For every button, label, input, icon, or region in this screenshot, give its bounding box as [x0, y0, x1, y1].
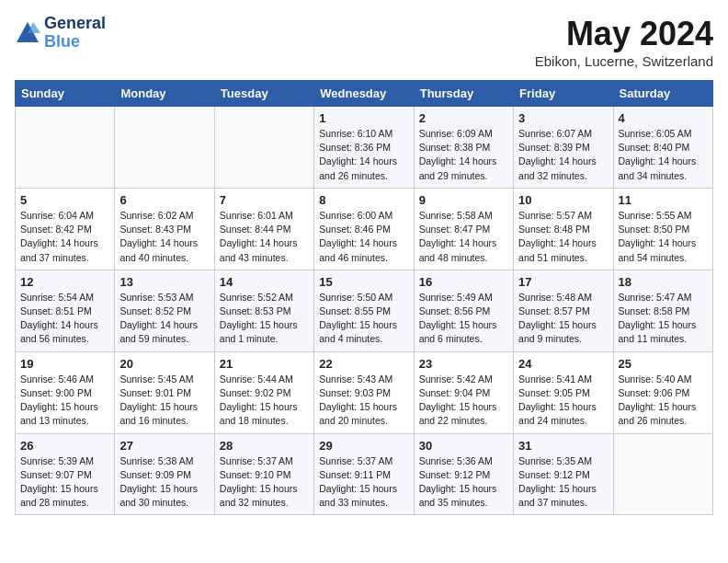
day-content: Sunrise: 6:00 AM Sunset: 8:46 PM Dayligh… — [319, 209, 408, 265]
day-number: 31 — [518, 439, 608, 453]
logo: General Blue — [15, 15, 106, 52]
day-content: Sunrise: 5:53 AM Sunset: 8:52 PM Dayligh… — [119, 291, 209, 347]
calendar-body: 1Sunrise: 6:10 AM Sunset: 8:36 PM Daylig… — [16, 107, 713, 515]
day-number: 13 — [119, 275, 209, 289]
calendar-cell: 25Sunrise: 5:40 AM Sunset: 9:06 PM Dayli… — [613, 351, 712, 433]
day-number: 28 — [220, 439, 309, 453]
day-number: 18 — [619, 275, 708, 289]
weekday-header-thursday: Thursday — [414, 81, 513, 107]
calendar-cell: 12Sunrise: 5:54 AM Sunset: 8:51 PM Dayli… — [16, 270, 115, 351]
day-content: Sunrise: 5:37 AM Sunset: 9:10 PM Dayligh… — [220, 454, 309, 511]
day-content: Sunrise: 5:43 AM Sunset: 9:03 PM Dayligh… — [319, 373, 408, 429]
calendar-cell: 23Sunrise: 5:42 AM Sunset: 9:04 PM Dayli… — [414, 351, 513, 433]
day-number: 2 — [419, 111, 508, 125]
title-block: May 2024 Ebikon, Lucerne, Switzerland — [535, 15, 713, 69]
day-content: Sunrise: 6:09 AM Sunset: 8:38 PM Dayligh… — [419, 127, 508, 183]
calendar-cell: 18Sunrise: 5:47 AM Sunset: 8:58 PM Dayli… — [613, 270, 712, 351]
day-content: Sunrise: 5:48 AM Sunset: 8:57 PM Dayligh… — [518, 291, 608, 347]
day-content: Sunrise: 5:44 AM Sunset: 9:02 PM Dayligh… — [220, 373, 309, 429]
calendar-cell: 22Sunrise: 5:43 AM Sunset: 9:03 PM Dayli… — [314, 351, 414, 433]
day-number: 21 — [220, 357, 309, 371]
day-number: 29 — [319, 439, 408, 453]
day-content: Sunrise: 5:50 AM Sunset: 8:55 PM Dayligh… — [319, 291, 408, 347]
day-number: 22 — [319, 357, 408, 371]
day-content: Sunrise: 5:35 AM Sunset: 9:12 PM Dayligh… — [518, 454, 608, 511]
calendar-cell: 14Sunrise: 5:52 AM Sunset: 8:53 PM Dayli… — [214, 270, 313, 351]
day-content: Sunrise: 5:45 AM Sunset: 9:01 PM Dayligh… — [119, 373, 209, 429]
calendar-week-3: 19Sunrise: 5:46 AM Sunset: 9:00 PM Dayli… — [16, 351, 713, 433]
month-title: May 2024 — [535, 15, 713, 53]
day-number: 26 — [20, 439, 109, 453]
day-content: Sunrise: 5:47 AM Sunset: 8:58 PM Dayligh… — [619, 291, 708, 347]
day-number: 24 — [518, 357, 608, 371]
calendar-cell: 9Sunrise: 5:58 AM Sunset: 8:47 PM Daylig… — [414, 188, 513, 270]
day-number: 6 — [119, 193, 209, 207]
day-content: Sunrise: 6:04 AM Sunset: 8:42 PM Dayligh… — [20, 209, 109, 265]
calendar-cell: 28Sunrise: 5:37 AM Sunset: 9:10 PM Dayli… — [214, 433, 313, 515]
day-number: 12 — [20, 275, 109, 289]
calendar-cell: 19Sunrise: 5:46 AM Sunset: 9:00 PM Dayli… — [16, 351, 115, 433]
calendar-cell: 2Sunrise: 6:09 AM Sunset: 8:38 PM Daylig… — [414, 107, 513, 189]
day-number: 3 — [518, 111, 608, 125]
day-number: 5 — [20, 193, 109, 207]
day-content: Sunrise: 6:05 AM Sunset: 8:40 PM Dayligh… — [619, 127, 708, 183]
calendar-cell: 6Sunrise: 6:02 AM Sunset: 8:43 PM Daylig… — [115, 188, 214, 270]
day-content: Sunrise: 5:49 AM Sunset: 8:56 PM Dayligh… — [419, 291, 508, 347]
day-number: 11 — [619, 193, 708, 207]
calendar-cell: 11Sunrise: 5:55 AM Sunset: 8:50 PM Dayli… — [613, 188, 712, 270]
weekday-header-tuesday: Tuesday — [214, 81, 313, 107]
calendar-cell: 10Sunrise: 5:57 AM Sunset: 8:48 PM Dayli… — [514, 188, 613, 270]
day-content: Sunrise: 5:41 AM Sunset: 9:05 PM Dayligh… — [518, 373, 608, 429]
day-content: Sunrise: 5:39 AM Sunset: 9:07 PM Dayligh… — [20, 454, 109, 511]
day-content: Sunrise: 5:40 AM Sunset: 9:06 PM Dayligh… — [619, 373, 708, 429]
day-number: 10 — [518, 193, 608, 207]
day-number: 20 — [119, 357, 209, 371]
calendar-cell: 20Sunrise: 5:45 AM Sunset: 9:01 PM Dayli… — [115, 351, 214, 433]
day-content: Sunrise: 6:10 AM Sunset: 8:36 PM Dayligh… — [319, 127, 408, 183]
day-number: 23 — [419, 357, 508, 371]
calendar-cell: 13Sunrise: 5:53 AM Sunset: 8:52 PM Dayli… — [115, 270, 214, 351]
calendar-cell: 3Sunrise: 6:07 AM Sunset: 8:39 PM Daylig… — [514, 107, 613, 189]
calendar-cell: 29Sunrise: 5:37 AM Sunset: 9:11 PM Dayli… — [314, 433, 414, 515]
day-number: 30 — [419, 439, 508, 453]
weekday-header-wednesday: Wednesday — [314, 81, 414, 107]
calendar-cell: 5Sunrise: 6:04 AM Sunset: 8:42 PM Daylig… — [16, 188, 115, 270]
day-number: 4 — [619, 111, 708, 125]
day-content: Sunrise: 5:36 AM Sunset: 9:12 PM Dayligh… — [419, 454, 508, 511]
weekday-header-saturday: Saturday — [613, 81, 712, 107]
day-number: 14 — [220, 275, 309, 289]
page-header: General Blue May 2024 Ebikon, Lucerne, S… — [15, 15, 713, 69]
day-number: 9 — [419, 193, 508, 207]
weekday-header-monday: Monday — [115, 81, 214, 107]
calendar-cell — [214, 107, 313, 189]
day-content: Sunrise: 5:55 AM Sunset: 8:50 PM Dayligh… — [619, 209, 708, 265]
day-content: Sunrise: 5:46 AM Sunset: 9:00 PM Dayligh… — [20, 373, 109, 429]
day-number: 1 — [319, 111, 408, 125]
day-content: Sunrise: 5:42 AM Sunset: 9:04 PM Dayligh… — [419, 373, 508, 429]
calendar-cell: 15Sunrise: 5:50 AM Sunset: 8:55 PM Dayli… — [314, 270, 414, 351]
calendar-cell: 4Sunrise: 6:05 AM Sunset: 8:40 PM Daylig… — [613, 107, 712, 189]
calendar-table: SundayMondayTuesdayWednesdayThursdayFrid… — [15, 80, 713, 515]
calendar-cell: 24Sunrise: 5:41 AM Sunset: 9:05 PM Dayli… — [514, 351, 613, 433]
calendar-cell: 17Sunrise: 5:48 AM Sunset: 8:57 PM Dayli… — [514, 270, 613, 351]
calendar-cell: 21Sunrise: 5:44 AM Sunset: 9:02 PM Dayli… — [214, 351, 313, 433]
day-content: Sunrise: 5:37 AM Sunset: 9:11 PM Dayligh… — [319, 454, 408, 511]
day-number: 27 — [119, 439, 209, 453]
day-content: Sunrise: 6:01 AM Sunset: 8:44 PM Dayligh… — [220, 209, 309, 265]
day-number: 8 — [319, 193, 408, 207]
calendar-week-2: 12Sunrise: 5:54 AM Sunset: 8:51 PM Dayli… — [16, 270, 713, 351]
location-subtitle: Ebikon, Lucerne, Switzerland — [535, 53, 713, 69]
calendar-week-1: 5Sunrise: 6:04 AM Sunset: 8:42 PM Daylig… — [16, 188, 713, 270]
calendar-cell: 31Sunrise: 5:35 AM Sunset: 9:12 PM Dayli… — [514, 433, 613, 515]
day-content: Sunrise: 5:58 AM Sunset: 8:47 PM Dayligh… — [419, 209, 508, 265]
calendar-week-0: 1Sunrise: 6:10 AM Sunset: 8:36 PM Daylig… — [16, 107, 713, 189]
calendar-cell: 8Sunrise: 6:00 AM Sunset: 8:46 PM Daylig… — [314, 188, 414, 270]
calendar-cell — [613, 433, 712, 515]
day-content: Sunrise: 5:54 AM Sunset: 8:51 PM Dayligh… — [20, 291, 109, 347]
calendar-cell — [16, 107, 115, 189]
calendar-cell: 30Sunrise: 5:36 AM Sunset: 9:12 PM Dayli… — [414, 433, 513, 515]
calendar-week-4: 26Sunrise: 5:39 AM Sunset: 9:07 PM Dayli… — [16, 433, 713, 515]
day-number: 16 — [419, 275, 508, 289]
day-content: Sunrise: 5:57 AM Sunset: 8:48 PM Dayligh… — [518, 209, 608, 265]
calendar-cell: 27Sunrise: 5:38 AM Sunset: 9:09 PM Dayli… — [115, 433, 214, 515]
